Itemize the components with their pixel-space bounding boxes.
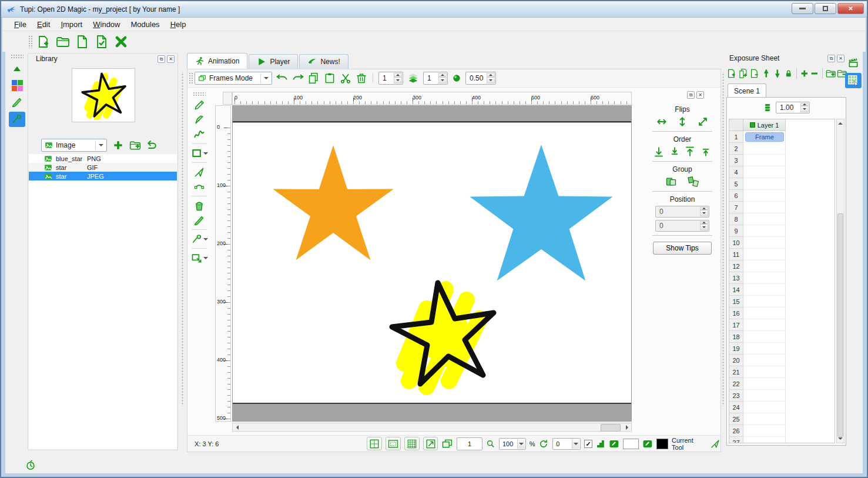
- library-item[interactable]: blue_star PNG: [29, 154, 177, 163]
- frame-number-cell[interactable]: 24: [729, 402, 743, 413]
- frame-number-cell[interactable]: 7: [729, 202, 743, 213]
- insert-frame-button[interactable]: [800, 69, 809, 78]
- frame-row[interactable]: 7: [729, 202, 835, 213]
- show-tips-button[interactable]: Show Tips: [653, 242, 712, 255]
- paste-button[interactable]: [324, 72, 336, 84]
- library-item[interactable]: star GIF: [29, 163, 177, 172]
- frame-number-cell[interactable]: 4: [729, 166, 743, 178]
- frame-number-cell[interactable]: 3: [729, 155, 743, 166]
- frame-row[interactable]: 20: [729, 355, 835, 366]
- exposure-sheet-dock-button[interactable]: [845, 73, 862, 88]
- chevron-down-icon[interactable]: [517, 439, 525, 449]
- frame-cell[interactable]: [743, 272, 786, 284]
- full-screen-button[interactable]: [423, 437, 438, 450]
- fill-tool-button[interactable]: [190, 198, 208, 213]
- frame-cell[interactable]: [743, 237, 786, 249]
- frame-row[interactable]: 4: [729, 166, 835, 178]
- frame-row[interactable]: 11: [729, 249, 835, 260]
- frame-number-cell[interactable]: 11: [729, 249, 743, 260]
- frame-row[interactable]: 25: [729, 413, 835, 425]
- frame-cell[interactable]: [743, 260, 786, 272]
- frame-cell[interactable]: [743, 190, 786, 202]
- tab-animation[interactable]: Animation: [187, 53, 247, 69]
- ink-tool-button[interactable]: [190, 112, 208, 127]
- frame-row[interactable]: 12: [729, 260, 835, 272]
- frame-cell[interactable]: [743, 366, 786, 378]
- spin-down-button[interactable]: [700, 210, 708, 216]
- frame-cell[interactable]: [743, 437, 786, 443]
- send-backward-button[interactable]: [669, 146, 681, 158]
- rotation-select[interactable]: 0: [552, 438, 581, 450]
- float-panel-button[interactable]: ⧉: [687, 91, 695, 99]
- frame-number-cell[interactable]: 9: [729, 225, 743, 237]
- horizontal-scrollbar[interactable]: [232, 423, 632, 432]
- frame-number-cell[interactable]: 18: [729, 331, 743, 343]
- insert-in-canvas-button[interactable]: [146, 139, 158, 151]
- spin-down-button[interactable]: [800, 106, 809, 112]
- frame-row[interactable]: 24: [729, 402, 835, 413]
- frame-number-cell[interactable]: 12: [729, 260, 743, 272]
- copy-button[interactable]: [308, 72, 320, 84]
- selection-tool-button[interactable]: [190, 165, 208, 179]
- drawing-canvas[interactable]: [232, 105, 632, 422]
- close-panel-button[interactable]: ✕: [696, 91, 704, 99]
- doodle-star[interactable]: [392, 283, 494, 387]
- frame-row[interactable]: 27: [729, 437, 835, 443]
- frame-row[interactable]: 3: [729, 155, 835, 166]
- show-grid-button[interactable]: [404, 437, 420, 450]
- maximize-button[interactable]: [815, 3, 836, 14]
- flip-vertical-button[interactable]: [676, 116, 688, 128]
- position-x-spinner[interactable]: 0: [655, 206, 709, 218]
- panel-splitter[interactable]: [722, 72, 725, 406]
- menu-item[interactable]: Modules: [125, 18, 165, 31]
- menu-item[interactable]: Edit: [32, 18, 55, 31]
- brush-properties-dock-button[interactable]: [9, 95, 25, 110]
- object-tool-button[interactable]: [190, 250, 208, 265]
- menu-item[interactable]: File: [9, 18, 32, 31]
- frame-number-cell[interactable]: 14: [729, 284, 743, 296]
- frame-cell[interactable]: [743, 225, 786, 237]
- scrollbar-thumb[interactable]: [837, 213, 843, 437]
- antialias-checkbox[interactable]: ✓: [584, 440, 592, 448]
- scrollbar-thumb[interactable]: [601, 424, 621, 432]
- frame-row[interactable]: 18: [729, 331, 835, 343]
- bring-forward-button[interactable]: [700, 146, 712, 158]
- frame-number-cell[interactable]: 6: [729, 190, 743, 202]
- show-border-button[interactable]: [367, 437, 382, 450]
- frame-number-cell[interactable]: 13: [729, 272, 743, 284]
- frame-number-cell[interactable]: 17: [729, 319, 743, 331]
- vertical-scrollbar[interactable]: [836, 119, 844, 443]
- frame-cell[interactable]: [743, 343, 786, 355]
- frame-number-cell[interactable]: 27: [729, 437, 743, 443]
- pen-color-button[interactable]: [609, 439, 619, 449]
- add-folder-button[interactable]: [129, 139, 141, 151]
- spin-down-button[interactable]: [487, 77, 495, 83]
- tab-news[interactable]: News!: [299, 54, 348, 69]
- frame-row[interactable]: 2: [729, 143, 835, 155]
- frame-cell[interactable]: [743, 413, 786, 425]
- menu-item[interactable]: Import: [55, 18, 88, 31]
- remove-frame-button[interactable]: [810, 69, 819, 78]
- mode-select[interactable]: Frames Mode: [195, 72, 272, 85]
- chevron-down-icon[interactable]: [572, 439, 579, 449]
- flip-horizontal-button[interactable]: [656, 116, 668, 128]
- new-project-button[interactable]: [36, 35, 51, 49]
- shapes-tool-button[interactable]: [190, 232, 208, 246]
- safe-area-button[interactable]: [386, 437, 401, 450]
- move-layer-down-button[interactable]: [772, 68, 783, 79]
- frame-cell[interactable]: [743, 378, 786, 390]
- frame-number-cell[interactable]: 10: [729, 237, 743, 249]
- dock-grip[interactable]: [11, 54, 24, 59]
- group-button[interactable]: [665, 176, 677, 188]
- fill-color-button[interactable]: [642, 439, 653, 449]
- frame-cell[interactable]: [743, 213, 786, 225]
- save-as-button[interactable]: [95, 35, 109, 49]
- frame-cell[interactable]: [743, 202, 786, 213]
- pencil-tool-button[interactable]: [190, 98, 208, 112]
- spin-up-button[interactable]: [438, 73, 447, 77]
- frame-number-cell[interactable]: 23: [729, 390, 743, 402]
- object-type-select[interactable]: Image: [41, 139, 107, 152]
- zoom-select[interactable]: 100: [499, 438, 526, 450]
- frame-number-cell[interactable]: 22: [729, 378, 743, 390]
- frame-number-cell[interactable]: 2: [729, 143, 743, 155]
